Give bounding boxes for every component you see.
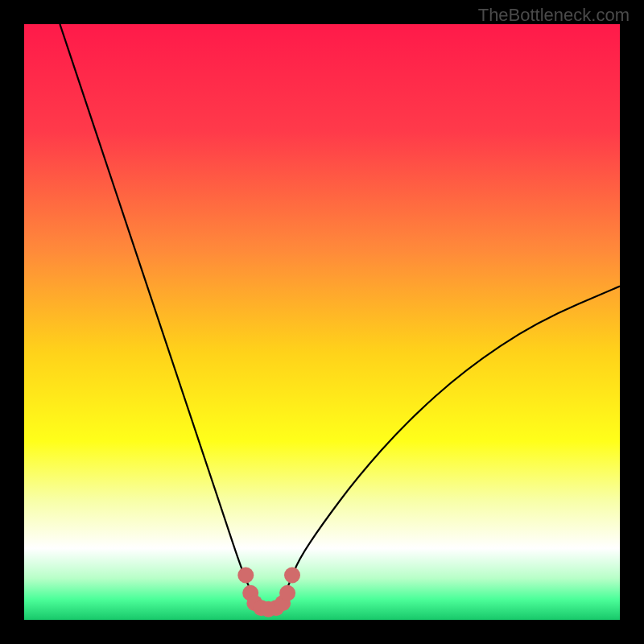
highlight-point xyxy=(279,585,295,601)
highlight-point xyxy=(237,568,254,584)
chart-container xyxy=(24,24,620,620)
highlight-point xyxy=(284,568,300,584)
chart-curve-layer xyxy=(24,24,620,620)
bottleneck-curve xyxy=(60,24,620,606)
highlight-markers xyxy=(237,568,300,617)
watermark-label: TheBottleneck.com xyxy=(478,5,630,26)
